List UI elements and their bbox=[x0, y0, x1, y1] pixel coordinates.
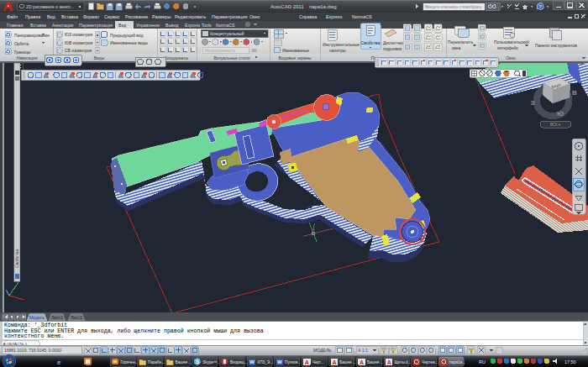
svg-text:A: A bbox=[387, 359, 391, 365]
svg-text:Непрозрачность: Непрозрачность bbox=[205, 49, 236, 53]
svg-text:Горячее...: Горячее... bbox=[121, 360, 139, 364]
svg-text:e: e bbox=[57, 359, 61, 366]
svg-text:Модель: Модель bbox=[29, 315, 45, 320]
svg-text:Окно: Окно bbox=[506, 55, 516, 60]
svg-text:Башня ...: Башня ... bbox=[367, 360, 383, 364]
svg-text:Виды: Виды bbox=[94, 55, 105, 60]
svg-text:Свойства: Свойства bbox=[14, 249, 19, 268]
svg-text:Редактировать: Редактировать bbox=[175, 14, 206, 19]
svg-text:NormaCS: NormaCS bbox=[352, 14, 372, 19]
svg-text:A: A bbox=[332, 359, 336, 365]
svg-text:окна: окна bbox=[452, 46, 461, 50]
svg-text:Правка: Правка bbox=[25, 14, 40, 19]
svg-text:17:50: 17:50 bbox=[564, 359, 576, 364]
svg-text:подшивок: подшивок bbox=[383, 47, 402, 51]
svg-text:Концептуальный: Концептуальный bbox=[210, 31, 244, 36]
svg-text:А 1:1: А 1:1 bbox=[358, 348, 368, 353]
svg-text:Панорамирование: Панорамирование bbox=[14, 34, 50, 38]
svg-text:2D рисование и аннот...: 2D рисование и аннот... bbox=[26, 4, 74, 9]
svg-text:Формат: Формат bbox=[83, 14, 100, 19]
svg-text:В: В bbox=[572, 89, 577, 97]
svg-text:Визуальные стили: Визуальные стили bbox=[214, 55, 250, 60]
svg-text:Парабе...: Парабе... bbox=[148, 360, 165, 364]
svg-text:Справка: Справка bbox=[299, 14, 317, 19]
svg-text:интерфейс: интерфейс bbox=[497, 45, 519, 50]
svg-text:Координаты: Координаты bbox=[165, 55, 189, 60]
svg-text:NormaCS: NormaCS bbox=[216, 23, 235, 28]
svg-text:60: 60 bbox=[252, 49, 257, 53]
svg-text:W: W bbox=[249, 359, 255, 364]
svg-text:Размеры: Размеры bbox=[152, 14, 171, 19]
svg-text:Башня ...: Башня ... bbox=[339, 360, 355, 364]
svg-text:Свойства: Свойства bbox=[361, 40, 381, 45]
svg-text:S: S bbox=[196, 359, 200, 364]
svg-text:Параметризация: Параметризация bbox=[212, 14, 247, 19]
svg-text:Видовые экраны: Видовые экраны bbox=[279, 55, 312, 60]
svg-text:W: W bbox=[277, 359, 282, 364]
svg-text:16881.1019, 716.9145, 0.0000: 16881.1019, 716.9145, 0.0000 bbox=[4, 348, 61, 353]
svg-text:?: ? bbox=[538, 4, 541, 9]
svg-text:Окно: Окно bbox=[249, 14, 260, 19]
svg-text:Лист2: Лист2 bbox=[71, 315, 82, 320]
svg-text:Skype™...: Skype™... bbox=[202, 360, 220, 364]
svg-text:Границы: Границы bbox=[14, 50, 31, 55]
svg-text:Именованные виды: Именованные виды bbox=[110, 41, 148, 45]
svg-text:Инструментальные: Инструментальные bbox=[323, 43, 360, 47]
svg-text:Файл: Файл bbox=[7, 14, 18, 19]
svg-text:Управление: Управление bbox=[136, 23, 160, 28]
svg-text:Параметризация: Параметризация bbox=[79, 23, 113, 28]
svg-text:Вид: Вид bbox=[118, 23, 126, 28]
svg-text:Пользовательский: Пользовательский bbox=[494, 39, 529, 45]
svg-text:Вставка: Вставка bbox=[30, 23, 46, 28]
svg-text:Орбита: Орбита bbox=[14, 42, 29, 46]
svg-text:Введите ключевое слово/фразу: Введите ключевое слово/фразу bbox=[425, 5, 483, 9]
svg-text:Входящ...: Входящ... bbox=[230, 360, 248, 364]
svg-text:AutoCAD 2011: AutoCAD 2011 bbox=[270, 4, 304, 9]
svg-text:Аннотации: Аннотации bbox=[52, 23, 74, 28]
svg-text:З: З bbox=[530, 99, 534, 107]
svg-text:A: A bbox=[360, 359, 364, 365]
svg-text:Щиты.d...: Щиты.d... bbox=[395, 360, 412, 364]
svg-text:ЮВ изометрия: ЮВ изометрия bbox=[65, 41, 93, 45]
svg-text:Главная: Главная bbox=[7, 23, 24, 28]
svg-text:КПЗ_Э...: КПЗ_Э... bbox=[258, 360, 273, 364]
svg-text:Предыдущий вид: Предыдущий вид bbox=[110, 33, 144, 38]
svg-text:Вывод: Вывод bbox=[165, 23, 178, 28]
svg-text:RU: RU bbox=[479, 359, 486, 364]
svg-text:Пулков...: Пулков... bbox=[285, 360, 301, 364]
svg-text:A: A bbox=[305, 359, 309, 365]
svg-text:Навигация: Навигация bbox=[17, 55, 38, 60]
svg-text:Вид: Вид bbox=[47, 14, 56, 19]
svg-text:палитры: палитры bbox=[329, 49, 346, 53]
svg-text:Вставка: Вставка bbox=[61, 14, 78, 19]
svg-text:пара1а...: пара1а... bbox=[449, 360, 465, 364]
svg-text:Чертеж...: Чертеж... bbox=[422, 360, 438, 364]
svg-text:Рисование: Рисование bbox=[125, 14, 148, 19]
svg-text:Диспетчер: Диспетчер bbox=[383, 41, 403, 45]
svg-text:СВ изометрия: СВ изометрия bbox=[65, 49, 92, 53]
svg-text:контекстного меню.: контекстного меню. bbox=[4, 333, 64, 339]
svg-text:Express Tools: Express Tools bbox=[185, 23, 212, 28]
svg-text:ВСК ▾: ВСК ▾ bbox=[550, 123, 561, 127]
svg-text:Переключить: Переключить bbox=[448, 40, 474, 45]
svg-text:Сервис: Сервис bbox=[104, 14, 120, 19]
svg-text:МОДЕЛЬ: МОДЕЛЬ bbox=[313, 348, 332, 353]
svg-text:Панели инструментов: Панели инструментов bbox=[535, 44, 577, 48]
svg-text:Ю: Ю bbox=[557, 110, 564, 118]
svg-text:Черт...: Черт... bbox=[312, 360, 324, 364]
svg-text:ЮЗ изометрия: ЮЗ изометрия bbox=[65, 33, 93, 37]
svg-text:Лист1: Лист1 bbox=[51, 315, 63, 320]
svg-text:Express: Express bbox=[326, 14, 343, 19]
svg-text:пара1а.dwg: пара1а.dwg bbox=[309, 4, 337, 9]
svg-text:Именованные: Именованные bbox=[282, 49, 309, 53]
svg-text:Башня ...: Башня ... bbox=[176, 360, 192, 364]
